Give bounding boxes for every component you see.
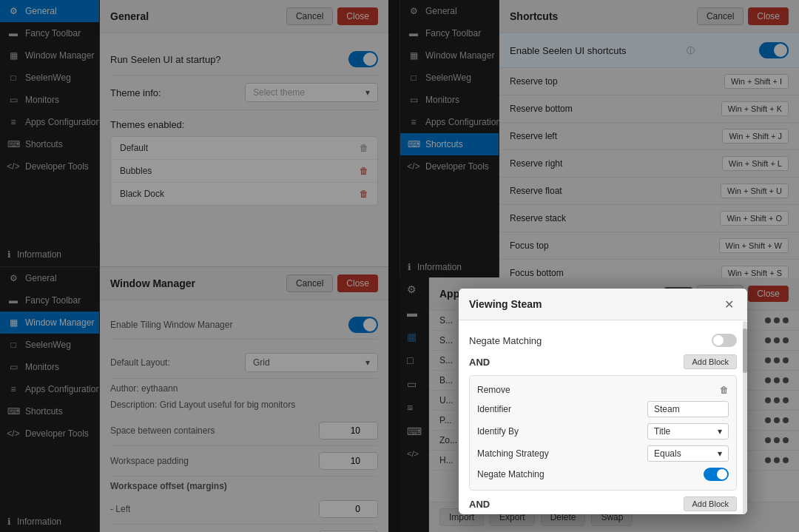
- block-negate-label: Negate Matching: [477, 469, 545, 479]
- identifier-row: Identifier: [477, 398, 729, 420]
- identify-by-select[interactable]: Title ▾: [647, 423, 729, 440]
- add-block-button-2[interactable]: Add Block: [684, 496, 737, 511]
- remove-row: Remove 🗑: [477, 382, 729, 398]
- matching-strategy-value: Equals: [654, 448, 681, 459]
- dialog-viewing-steam: Viewing Steam ✕ Negate Matching AND Add …: [459, 289, 747, 514]
- scroll-thumb[interactable]: [743, 329, 747, 373]
- identifier-input[interactable]: [647, 401, 729, 417]
- dialog-header: Viewing Steam ✕: [459, 289, 747, 320]
- identifier-label: Identifier: [477, 404, 511, 414]
- scroll-track[interactable]: [743, 321, 747, 514]
- identify-by-value: Title: [654, 426, 670, 437]
- chevron-down-icon: ▾: [718, 426, 722, 437]
- and-label-2: AND: [469, 499, 490, 510]
- negate-toggle[interactable]: [712, 334, 737, 347]
- remove-label: Remove: [477, 385, 510, 395]
- dialog-body: Negate Matching AND Add Block Remove 🗑 I…: [459, 320, 747, 514]
- identify-by-row: Identify By Title ▾: [477, 420, 729, 442]
- and-row-2: AND Add Block: [469, 494, 737, 514]
- dialog-title: Viewing Steam: [469, 298, 542, 310]
- dialog-close-button[interactable]: ✕: [721, 296, 737, 312]
- matching-strategy-label: Matching Strategy: [477, 448, 549, 459]
- negate-row: Negate Matching: [469, 329, 737, 351]
- negate-label: Negate Matching: [469, 335, 542, 346]
- identify-by-label: Identify By: [477, 426, 519, 437]
- block-negate-toggle[interactable]: [704, 468, 729, 481]
- add-block-button[interactable]: Add Block: [684, 354, 737, 369]
- remove-icon[interactable]: 🗑: [720, 385, 729, 395]
- block-negate-row: Negate Matching: [477, 465, 729, 484]
- chevron-down-icon: ▾: [718, 448, 722, 459]
- matching-strategy-select[interactable]: Equals ▾: [647, 445, 729, 462]
- sub-block: Remove 🗑 Identifier Identify By Title ▾ …: [469, 375, 737, 491]
- matching-strategy-row: Matching Strategy Equals ▾: [477, 442, 729, 465]
- and-label: AND: [469, 357, 490, 368]
- and-row: AND Add Block: [469, 351, 737, 372]
